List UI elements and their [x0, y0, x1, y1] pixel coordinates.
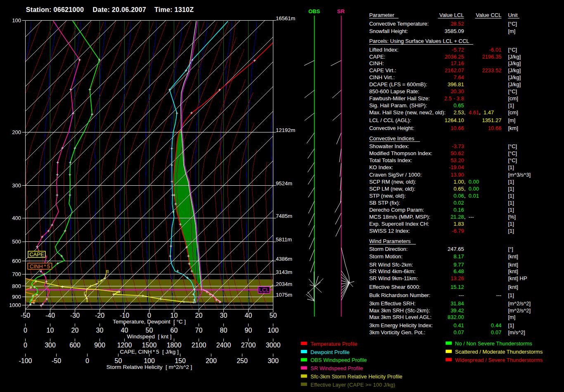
svg-text:40: 40 [121, 327, 128, 334]
svg-text:10: 10 [47, 327, 54, 334]
svg-text:0: 0 [147, 312, 151, 319]
svg-text:[J/kg]: [J/kg] [508, 81, 521, 87]
svg-text:[cm]: [cm] [508, 109, 518, 116]
svg-text:[1]: [1] [508, 164, 514, 170]
svg-text:-20: -20 [95, 312, 104, 319]
svg-text:CINH Virt.:: CINH Virt.: [369, 74, 395, 80]
svg-text:2400: 2400 [216, 342, 231, 349]
svg-text:600: 600 [69, 342, 81, 349]
svg-text:Sig. Hail Param. (SHIP):: Sig. Hail Param. (SHIP): [369, 102, 427, 109]
svg-text:-6.01: -6.01 [489, 47, 502, 53]
svg-text:50: 50 [270, 312, 277, 319]
svg-text:70: 70 [195, 327, 203, 334]
svg-text:[°C]: [°C] [508, 21, 517, 27]
svg-text:10.66: 10.66 [450, 125, 464, 131]
svg-text:50: 50 [146, 327, 153, 334]
svg-text:3143m: 3143m [276, 269, 292, 275]
svg-text:[1]: [1] [508, 221, 514, 227]
svg-text:SWISS 12 Index:: SWISS 12 Index: [369, 228, 410, 234]
svg-text:[1]: [1] [508, 200, 514, 206]
svg-text:-3.73: -3.73 [452, 143, 464, 149]
svg-text:1264.10: 1264.10 [445, 117, 464, 123]
svg-text:-50: -50 [52, 357, 61, 364]
svg-text:90: 90 [245, 327, 252, 334]
svg-text:1800: 1800 [167, 342, 182, 349]
svg-text:[m^3/s^3]: [m^3/s^3] [508, 172, 531, 178]
svg-text:[1]: [1] [508, 179, 514, 185]
svg-text:[km]: [km] [508, 125, 518, 131]
svg-text:9524m: 9524m [276, 180, 292, 187]
svg-text:Parcels: Using Surface Values: Parcels: Using Surface Values LCL + CCL [369, 38, 469, 44]
svg-text:SR Windspeed Profile: SR Windspeed Profile [310, 365, 363, 371]
svg-text:50: 50 [115, 357, 122, 364]
svg-text:2.53: 2.53 [453, 109, 464, 116]
svg-text:20: 20 [195, 312, 203, 319]
svg-text:Value CCL: Value CCL [476, 12, 501, 18]
svg-text:, ---: , --- [464, 214, 474, 220]
svg-text:1000: 1000 [9, 302, 21, 308]
svg-text:CAPE Virt.:: CAPE Virt.: [369, 67, 396, 73]
svg-text:3: 3 [107, 270, 108, 274]
svg-text:2034m: 2034m [276, 281, 292, 287]
svg-text:3000: 3000 [266, 342, 281, 349]
svg-text:600: 600 [12, 258, 21, 264]
svg-text:Total Totals Index:: Total Totals Index: [369, 157, 412, 163]
svg-text:[cm]: [cm] [508, 95, 518, 102]
svg-text:[°C]: [°C] [508, 157, 517, 163]
svg-text:2233.52: 2233.52 [482, 67, 501, 73]
svg-text:-30: -30 [70, 312, 80, 319]
svg-text:20.30: 20.30 [450, 88, 464, 94]
svg-text:13.90: 13.90 [450, 172, 464, 178]
svg-text:Station: 06621000Date: 20.06.2: Station: 06621000Date: 20.06.2007Time: 1… [26, 6, 194, 13]
svg-text:15.12: 15.12 [450, 284, 464, 290]
svg-text:Sfc-3km Storm Relative Helicit: Sfc-3km Storm Relative Helicity Profile [310, 373, 403, 380]
svg-text:2100: 2100 [192, 342, 206, 349]
svg-text:2196.35: 2196.35 [482, 54, 501, 60]
svg-text:0.44: 0.44 [491, 322, 501, 328]
svg-text:[m]: [m] [508, 117, 515, 123]
svg-text:5811m: 5811m [276, 236, 292, 243]
svg-text:[knt]: [knt] [508, 253, 518, 260]
svg-text:3585.09: 3585.09 [445, 28, 464, 34]
svg-text:200: 200 [206, 357, 217, 364]
svg-text:Dewpoint Profile: Dewpoint Profile [310, 349, 350, 355]
svg-text:832.00: 832.00 [448, 314, 464, 320]
svg-text:Max 3km SRH (Sfc-2km):: Max 3km SRH (Sfc-2km): [369, 307, 430, 314]
svg-text:[m]: [m] [508, 28, 515, 34]
svg-text:0: 0 [85, 357, 89, 364]
svg-text:0.65: 0.65 [453, 102, 464, 109]
svg-text:200: 200 [12, 129, 21, 135]
svg-text:[knt] HP: [knt] HP [508, 275, 527, 281]
svg-text:7485m: 7485m [276, 213, 292, 219]
svg-text:Max. Hail Size (new, new2, old: Max. Hail Size (new, new2, old): [369, 109, 446, 116]
svg-text:[1]: [1] [508, 228, 514, 234]
svg-text:1200: 1200 [117, 342, 132, 349]
svg-text:6.48: 6.48 [453, 268, 464, 274]
svg-text:28.52: 28.52 [450, 21, 464, 27]
svg-text:[°C]: [°C] [508, 143, 517, 149]
svg-text:Unit: Unit [508, 12, 518, 18]
svg-text:1.83: 1.83 [453, 221, 464, 227]
svg-text:SR: SR [337, 8, 345, 14]
svg-text:300: 300 [268, 357, 279, 364]
svg-text:MCS 18m/s (MMP, MSP):: MCS 18m/s (MMP, MSP): [369, 214, 430, 220]
svg-text:31.84: 31.84 [450, 300, 464, 307]
svg-text:500: 500 [12, 239, 21, 245]
svg-text:[°C]: [°C] [508, 88, 517, 94]
svg-text:300: 300 [12, 182, 21, 189]
svg-text:60: 60 [171, 327, 178, 334]
svg-text:Convective Temperature:: Convective Temperature: [369, 21, 429, 27]
svg-text:LCL: LCL [259, 287, 269, 293]
svg-text:CINH * 5: CINH * 5 [30, 263, 50, 269]
svg-text:3km Effective SRH:: 3km Effective SRH: [369, 300, 415, 307]
svg-text:-19.04: -19.04 [449, 164, 464, 170]
svg-text:[1]: [1] [508, 102, 514, 109]
svg-text:-50: -50 [21, 312, 30, 319]
svg-text:-10: -10 [120, 312, 129, 319]
svg-text:OBS Windspeed Profile: OBS Windspeed Profile [310, 357, 367, 363]
svg-text:KO Index:: KO Index: [369, 164, 393, 170]
svg-text:[m^2/s^2]: [m^2/s^2] [508, 300, 531, 307]
svg-text:2036.25: 2036.25 [445, 54, 464, 60]
svg-text:Bulk Richardson Number:: Bulk Richardson Number: [369, 292, 430, 298]
svg-text:[m^2/s^2]: [m^2/s^2] [508, 307, 531, 314]
